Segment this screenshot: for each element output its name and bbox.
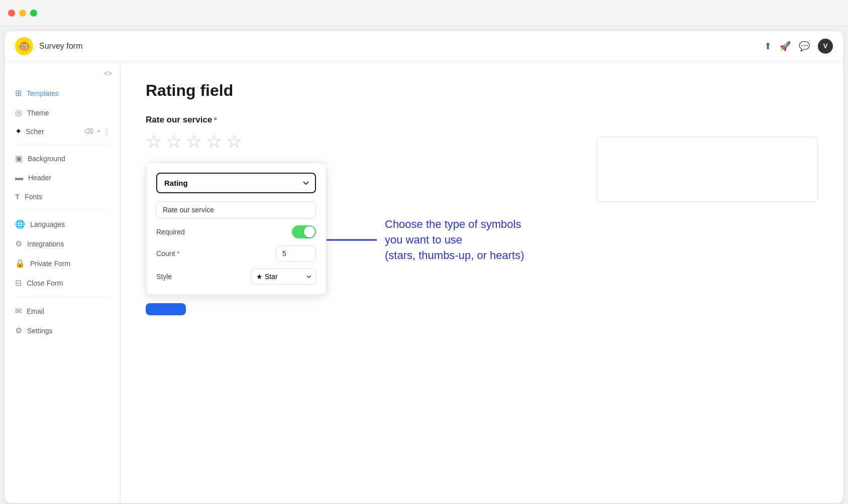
required-toggle[interactable]: [292, 225, 316, 238]
languages-label: Languages: [30, 220, 65, 228]
share-icon[interactable]: ⬆: [764, 41, 772, 52]
style-label: Style: [156, 273, 172, 281]
field-label: Rate our service *: [146, 115, 818, 125]
sidebar-item-background[interactable]: ▣ Background: [9, 149, 116, 168]
close-button[interactable]: [8, 10, 15, 17]
style-select[interactable]: ★ Star 👍 Thumbs ❤ Heart: [251, 269, 316, 285]
sidebar-item-close-form[interactable]: ⊟ Close Form: [9, 273, 116, 293]
main-layout: <> ⊞ Templates ◎ Theme ✦ Scher ⌫ +: [5, 61, 843, 503]
topbar-actions: ⬆ 🚀 💬 V: [764, 39, 833, 54]
popup-card: Rating Text Number Required: [146, 162, 327, 295]
sidebar-item-private-form[interactable]: 🔒 Private Form: [9, 254, 116, 273]
email-icon: ✉: [15, 306, 22, 316]
type-select[interactable]: Rating Text Number: [156, 173, 316, 193]
scher-add-icon[interactable]: +: [96, 128, 100, 135]
private-form-label: Private Form: [30, 260, 70, 268]
user-avatar[interactable]: V: [818, 39, 833, 54]
count-required-star: *: [177, 249, 179, 258]
sidebar-item-settings[interactable]: ⚙ Settings: [9, 321, 116, 340]
toggle-thumb: [304, 226, 315, 237]
star-3[interactable]: ☆: [186, 131, 202, 152]
sidebar-item-theme[interactable]: ◎ Theme: [9, 103, 116, 122]
star-5[interactable]: ☆: [226, 131, 242, 152]
sidebar-header: <>: [5, 69, 120, 83]
background-icon: ▣: [15, 154, 23, 163]
count-row: Count *: [156, 245, 316, 262]
logo-emoji: 🐵: [18, 40, 31, 52]
sidebar-item-email[interactable]: ✉ Email: [9, 301, 116, 321]
titlebar: [0, 0, 848, 26]
minimize-button[interactable]: [19, 10, 26, 17]
scher-actions: ⌫ + ⋮: [84, 128, 110, 135]
settings-icon: ⚙: [15, 326, 22, 335]
sidebar: <> ⊞ Templates ◎ Theme ✦ Scher ⌫ +: [5, 61, 121, 503]
maximize-button[interactable]: [30, 10, 37, 17]
annotation-text: Choose the type of symbols you want to u…: [385, 217, 524, 263]
header-icon: ▬: [15, 173, 23, 182]
fonts-icon: T: [15, 192, 20, 201]
integrations-label: Integrations: [27, 240, 64, 248]
languages-icon: 🌐: [15, 219, 25, 229]
settings-label: Settings: [27, 327, 53, 335]
divider-3: [15, 297, 110, 297]
scher-more-icon[interactable]: ⋮: [103, 128, 110, 135]
required-label: Required: [156, 228, 185, 236]
hint-box: [597, 137, 818, 202]
rocket-icon[interactable]: 🚀: [780, 41, 791, 52]
star-1[interactable]: ☆: [146, 131, 162, 152]
close-form-label: Close Form: [27, 279, 63, 287]
sidebar-item-fonts[interactable]: T Fonts: [9, 187, 116, 206]
fonts-label: Fonts: [25, 193, 42, 201]
close-form-icon: ⊟: [15, 278, 22, 288]
page-title: Rating field: [146, 81, 818, 100]
app-window: 🐵 Survey form ⬆ 🚀 💬 V <> ⊞ Templates ◎: [5, 31, 843, 503]
required-indicator: *: [214, 116, 217, 124]
theme-label: Theme: [27, 109, 49, 117]
templates-icon: ⊞: [15, 88, 22, 98]
app-logo: 🐵: [15, 37, 33, 55]
integrations-icon: ⚙: [15, 239, 22, 248]
sidebar-item-header[interactable]: ▬ Header: [9, 168, 116, 187]
private-form-icon: 🔒: [15, 259, 25, 268]
sidebar-toggle-icon[interactable]: <>: [104, 69, 112, 77]
count-input[interactable]: [276, 245, 316, 262]
scher-row: ✦ Scher ⌫ + ⋮: [9, 122, 116, 140]
scher-edit-icon[interactable]: ⌫: [84, 128, 93, 135]
star-2[interactable]: ☆: [166, 131, 182, 152]
scher-label: Scher: [26, 128, 80, 136]
comment-icon[interactable]: 💬: [799, 41, 810, 52]
divider-2: [15, 210, 110, 210]
traffic-lights: [8, 10, 37, 17]
topbar: 🐵 Survey form ⬆ 🚀 💬 V: [5, 31, 843, 61]
templates-label: Templates: [27, 89, 59, 97]
header-label: Header: [28, 174, 51, 182]
theme-icon: ◎: [15, 108, 22, 117]
divider-1: [15, 144, 110, 145]
sidebar-item-integrations[interactable]: ⚙ Integrations: [9, 234, 116, 254]
scher-icon: ✦: [15, 127, 22, 136]
count-label: Count *: [156, 249, 180, 258]
annotation-area: Choose the type of symbols you want to u…: [316, 217, 524, 263]
sidebar-nav: ⊞ Templates ◎ Theme ✦ Scher ⌫ + ⋮: [5, 83, 120, 340]
background-label: Background: [28, 155, 65, 163]
sidebar-item-languages[interactable]: 🌐 Languages: [9, 214, 116, 234]
label-input-row: [156, 201, 316, 218]
submit-button[interactable]: [146, 303, 186, 315]
field-label-text: Rate our service: [146, 115, 212, 125]
email-label: Email: [27, 307, 44, 315]
app-title: Survey form: [39, 42, 82, 51]
style-row: Style ★ Star 👍 Thumbs ❤ Heart: [156, 269, 316, 285]
star-4[interactable]: ☆: [206, 131, 222, 152]
label-input[interactable]: [156, 201, 316, 218]
content-area: Rating field Rate our service * ☆ ☆ ☆ ☆ …: [121, 61, 843, 503]
sidebar-item-templates[interactable]: ⊞ Templates: [9, 83, 116, 103]
required-row: Required: [156, 225, 316, 238]
